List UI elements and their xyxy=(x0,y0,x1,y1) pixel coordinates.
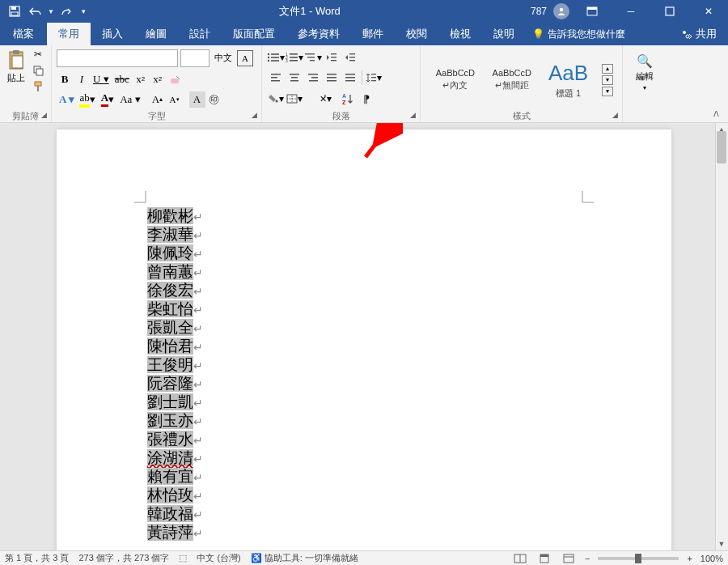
undo-icon[interactable] xyxy=(26,2,45,21)
clear-formatting-icon[interactable] xyxy=(167,71,184,87)
text-line[interactable]: 林怡玫↵ xyxy=(147,486,203,505)
underline-button[interactable]: U ▾ xyxy=(91,71,112,87)
clipboard-launcher-icon[interactable]: ◢ xyxy=(38,109,49,121)
maximize-button[interactable] xyxy=(654,0,686,23)
tab-layout[interactable]: 版面配置 xyxy=(222,23,286,45)
text-line[interactable]: 陳怡君↵ xyxy=(147,338,203,356)
status-page[interactable]: 第 1 頁，共 3 頁 xyxy=(5,552,69,564)
tab-review[interactable]: 校閱 xyxy=(395,23,438,45)
tab-references[interactable]: 參考資料 xyxy=(286,23,351,45)
bullets-icon[interactable]: ▾ xyxy=(267,49,285,66)
increase-indent-icon[interactable] xyxy=(341,49,359,66)
find-button[interactable]: 🔍 編輯 ▾ xyxy=(636,53,654,91)
change-case-icon[interactable]: Aa ▾ xyxy=(117,91,142,108)
decrease-indent-icon[interactable] xyxy=(323,49,341,66)
tab-home[interactable]: 常用 xyxy=(47,23,91,45)
scroll-thumb[interactable] xyxy=(717,131,726,164)
styles-expand-icon[interactable]: ▾ xyxy=(602,87,613,96)
style-normal[interactable]: AaBbCcD ↵內文 xyxy=(429,58,482,102)
text-line[interactable]: 阮容隆↵ xyxy=(147,375,203,393)
view-web-icon[interactable] xyxy=(561,552,577,565)
text-line[interactable]: 柴虹怡↵ xyxy=(147,300,203,319)
text-line[interactable]: 涂湖清↵ xyxy=(147,449,203,468)
text-line[interactable]: 賴有宜↵ xyxy=(147,468,203,486)
bold-button[interactable]: B xyxy=(57,71,73,87)
share-button[interactable]: 共用 xyxy=(670,23,728,45)
tab-design[interactable]: 設計 xyxy=(178,23,222,45)
highlight-icon[interactable]: ab ▾ xyxy=(77,91,97,108)
borders-icon[interactable]: ▾ xyxy=(286,91,303,107)
styles-gallery[interactable]: AaBbCcD ↵內文 AaBbCcD ↵無間距 AaB 標題 1 ▴ ▾ ▾ xyxy=(425,55,617,102)
tab-draw[interactable]: 繪圖 xyxy=(134,23,178,45)
align-justify-icon[interactable] xyxy=(323,70,341,86)
zoom-slider[interactable] xyxy=(598,557,679,560)
document-text[interactable]: 柳歡彬↵李淑華↵陳佩玲↵曾南蕙↵徐俊宏↵柴虹怡↵張凱全↵陳怡君↵王俊明↵阮容隆↵… xyxy=(147,207,203,542)
text-line[interactable]: 徐俊宏↵ xyxy=(147,282,203,300)
copy-icon[interactable] xyxy=(30,63,46,78)
view-print-icon[interactable] xyxy=(536,552,552,565)
text-line[interactable]: 張禮水↵ xyxy=(147,431,203,449)
minimize-button[interactable]: ─ xyxy=(615,0,647,23)
undo-dropdown-icon[interactable]: ▼ xyxy=(47,2,55,21)
align-center-icon[interactable] xyxy=(286,70,303,86)
text-line[interactable]: 黃詩萍↵ xyxy=(147,524,203,542)
format-painter-icon[interactable] xyxy=(30,79,46,94)
superscript-button[interactable]: x2 xyxy=(150,71,166,87)
tab-file[interactable]: 檔案 xyxy=(0,23,47,45)
zoom-thumb[interactable] xyxy=(635,554,641,563)
text-effects-icon[interactable]: A ▾ xyxy=(57,91,76,108)
paste-button[interactable]: 貼上 xyxy=(5,47,27,86)
ribbon-display-icon[interactable] xyxy=(576,0,608,23)
shading-icon[interactable]: ▾ xyxy=(267,91,285,107)
styles-launcher-icon[interactable]: ◢ xyxy=(609,109,620,121)
tab-mailings[interactable]: 郵件 xyxy=(351,23,395,45)
text-line[interactable]: 劉玉亦↵ xyxy=(147,412,203,431)
align-right-icon[interactable] xyxy=(304,70,322,86)
text-line[interactable]: 韓政福↵ xyxy=(147,505,203,524)
line-spacing-icon[interactable]: ▾ xyxy=(365,70,383,86)
phonetic-guide-icon[interactable]: 中文 xyxy=(212,50,235,66)
numbering-icon[interactable]: 123▾ xyxy=(286,49,303,66)
redo-icon[interactable] xyxy=(57,2,76,21)
style-no-spacing[interactable]: AaBbCcD ↵無間距 xyxy=(485,58,539,102)
enclose-char-icon[interactable]: ㊞ xyxy=(206,91,222,108)
italic-button[interactable]: I xyxy=(74,71,90,87)
cut-icon[interactable]: ✂ xyxy=(30,47,46,62)
text-line[interactable]: 柳歡彬↵ xyxy=(147,207,203,226)
font-name-combobox[interactable] xyxy=(57,49,178,67)
status-language[interactable]: 中文 (台灣) xyxy=(197,552,240,564)
page[interactable]: 柳歡彬↵李淑華↵陳佩玲↵曾南蕙↵徐俊宏↵柴虹怡↵張凱全↵陳怡君↵王俊明↵阮容隆↵… xyxy=(57,130,671,550)
paragraph-launcher-icon[interactable]: ◢ xyxy=(407,109,418,121)
tab-insert[interactable]: 插入 xyxy=(91,23,134,45)
font-color-icon[interactable]: A ▾ xyxy=(99,91,116,108)
align-left-icon[interactable] xyxy=(267,70,285,86)
font-size-combobox[interactable] xyxy=(180,49,210,67)
text-line[interactable]: 劉士凱↵ xyxy=(147,393,203,412)
style-heading1[interactable]: AaB 標題 1 xyxy=(542,58,595,102)
text-line[interactable]: 王俊明↵ xyxy=(147,356,203,375)
view-read-icon[interactable] xyxy=(512,552,528,565)
save-icon[interactable] xyxy=(5,2,24,21)
grow-font-icon[interactable]: A▴ xyxy=(150,91,166,108)
font-launcher-icon[interactable]: ◢ xyxy=(248,109,260,121)
status-a11y[interactable]: ♿ 協助工具: 一切準備就緒 xyxy=(251,552,358,564)
asian-layout-icon[interactable]: ✕́▾ xyxy=(316,91,334,107)
sort-button[interactable]: AZ xyxy=(339,91,357,107)
text-line[interactable]: 曾南蕙↵ xyxy=(147,263,203,282)
tell-me-search[interactable]: 💡 告訴我您想做什麼 xyxy=(532,23,625,45)
scroll-down-icon[interactable]: ▼ xyxy=(715,537,728,550)
status-words[interactable]: 273 個字，共 273 個字 xyxy=(78,552,169,564)
character-border-icon[interactable]: A xyxy=(237,50,253,66)
tab-help[interactable]: 說明 xyxy=(482,23,526,45)
text-line[interactable]: 張凱全↵ xyxy=(147,319,203,338)
text-line[interactable]: 李淑華↵ xyxy=(147,226,203,244)
zoom-out-button[interactable]: − xyxy=(585,554,590,563)
align-distribute-icon[interactable] xyxy=(341,70,359,86)
show-marks-icon[interactable]: ⁋ xyxy=(358,91,375,107)
status-proof-icon[interactable]: ⬚ xyxy=(179,553,187,563)
styles-scroll-down-icon[interactable]: ▾ xyxy=(602,75,613,85)
collapse-ribbon-icon[interactable]: ᐱ xyxy=(709,108,723,119)
vertical-scrollbar[interactable]: ▲ ▼ xyxy=(715,123,728,550)
user-avatar-icon[interactable] xyxy=(553,3,569,19)
strikethrough-button[interactable]: abc xyxy=(112,71,132,87)
